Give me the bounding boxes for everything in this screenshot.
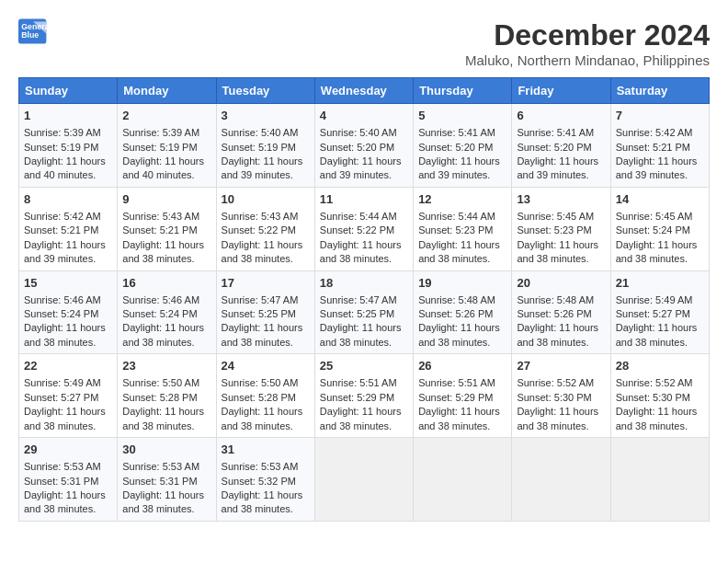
calendar-cell: 26Sunrise: 5:51 AM Sunset: 5:29 PM Dayli…: [414, 354, 512, 438]
day-number: 29: [24, 442, 112, 458]
day-number: 13: [517, 191, 605, 208]
day-number: 6: [517, 108, 605, 124]
day-info: Sunrise: 5:41 AM Sunset: 5:20 PM Dayligh…: [418, 126, 506, 183]
calendar-cell: 20Sunrise: 5:48 AM Sunset: 5:26 PM Dayli…: [512, 270, 610, 354]
calendar-cell: 30Sunrise: 5:53 AM Sunset: 5:31 PM Dayli…: [118, 438, 216, 522]
day-number: 14: [616, 191, 704, 208]
calendar-cell: 1Sunrise: 5:39 AM Sunset: 5:19 PM Daylig…: [19, 104, 118, 188]
day-info: Sunrise: 5:49 AM Sunset: 5:27 PM Dayligh…: [616, 293, 704, 350]
day-info: Sunrise: 5:40 AM Sunset: 5:19 PM Dayligh…: [222, 126, 310, 183]
day-number: 31: [222, 442, 310, 458]
day-info: Sunrise: 5:46 AM Sunset: 5:24 PM Dayligh…: [122, 293, 210, 350]
weekday-header-sunday: Sunday: [19, 78, 118, 104]
day-info: Sunrise: 5:43 AM Sunset: 5:22 PM Dayligh…: [222, 210, 310, 267]
day-info: Sunrise: 5:53 AM Sunset: 5:32 PM Dayligh…: [222, 460, 310, 517]
calendar-cell: [314, 438, 413, 522]
day-info: Sunrise: 5:51 AM Sunset: 5:29 PM Dayligh…: [320, 376, 408, 433]
calendar-cell: 24Sunrise: 5:50 AM Sunset: 5:28 PM Dayli…: [216, 354, 314, 438]
day-number: 16: [122, 275, 210, 292]
day-info: Sunrise: 5:45 AM Sunset: 5:24 PM Dayligh…: [616, 210, 704, 267]
day-info: Sunrise: 5:51 AM Sunset: 5:29 PM Dayligh…: [418, 376, 506, 433]
day-number: 2: [122, 108, 210, 124]
day-info: Sunrise: 5:50 AM Sunset: 5:28 PM Dayligh…: [222, 376, 310, 433]
day-info: Sunrise: 5:53 AM Sunset: 5:31 PM Dayligh…: [24, 460, 112, 517]
calendar-week-4: 22Sunrise: 5:49 AM Sunset: 5:27 PM Dayli…: [19, 354, 710, 438]
day-number: 23: [122, 358, 210, 374]
day-number: 30: [122, 442, 210, 458]
calendar-cell: 14Sunrise: 5:45 AM Sunset: 5:24 PM Dayli…: [610, 187, 709, 270]
day-info: Sunrise: 5:42 AM Sunset: 5:21 PM Dayligh…: [616, 126, 704, 183]
calendar-cell: [512, 438, 610, 522]
day-info: Sunrise: 5:53 AM Sunset: 5:31 PM Dayligh…: [122, 460, 210, 517]
day-number: 21: [616, 275, 704, 292]
calendar-cell: 5Sunrise: 5:41 AM Sunset: 5:20 PM Daylig…: [414, 104, 512, 188]
weekday-header-saturday: Saturday: [610, 78, 709, 104]
calendar-cell: 16Sunrise: 5:46 AM Sunset: 5:24 PM Dayli…: [118, 270, 216, 354]
day-info: Sunrise: 5:49 AM Sunset: 5:27 PM Dayligh…: [24, 376, 112, 433]
day-info: Sunrise: 5:48 AM Sunset: 5:26 PM Dayligh…: [517, 293, 605, 350]
day-number: 7: [616, 108, 704, 124]
day-number: 15: [24, 275, 112, 292]
day-info: Sunrise: 5:39 AM Sunset: 5:19 PM Dayligh…: [24, 126, 112, 183]
day-number: 12: [418, 191, 506, 208]
calendar-cell: 10Sunrise: 5:43 AM Sunset: 5:22 PM Dayli…: [216, 187, 314, 270]
day-number: 20: [517, 275, 605, 292]
calendar-cell: 18Sunrise: 5:47 AM Sunset: 5:25 PM Dayli…: [314, 270, 413, 354]
day-number: 3: [222, 108, 310, 124]
page-title: December 2024: [465, 18, 710, 52]
calendar-cell: 17Sunrise: 5:47 AM Sunset: 5:25 PM Dayli…: [216, 270, 314, 354]
day-number: 17: [222, 275, 310, 292]
day-number: 19: [418, 275, 506, 292]
day-number: 24: [222, 358, 310, 374]
day-info: Sunrise: 5:44 AM Sunset: 5:22 PM Dayligh…: [320, 210, 408, 267]
calendar-week-2: 8Sunrise: 5:42 AM Sunset: 5:21 PM Daylig…: [19, 187, 710, 270]
calendar-cell: 4Sunrise: 5:40 AM Sunset: 5:20 PM Daylig…: [314, 104, 413, 188]
day-number: 28: [616, 358, 704, 374]
day-number: 9: [122, 191, 210, 208]
logo-icon: General Blue: [18, 18, 48, 44]
day-info: Sunrise: 5:47 AM Sunset: 5:25 PM Dayligh…: [222, 293, 310, 350]
day-info: Sunrise: 5:48 AM Sunset: 5:26 PM Dayligh…: [418, 293, 506, 350]
day-number: 8: [24, 191, 112, 208]
day-number: 26: [418, 358, 506, 374]
calendar-week-1: 1Sunrise: 5:39 AM Sunset: 5:19 PM Daylig…: [19, 104, 710, 188]
calendar-cell: 22Sunrise: 5:49 AM Sunset: 5:27 PM Dayli…: [19, 354, 118, 438]
day-info: Sunrise: 5:52 AM Sunset: 5:30 PM Dayligh…: [616, 376, 704, 433]
svg-text:General: General: [21, 22, 48, 31]
day-number: 18: [320, 275, 408, 292]
day-number: 27: [517, 358, 605, 374]
svg-text:Blue: Blue: [21, 30, 39, 40]
calendar-cell: [610, 438, 709, 522]
day-info: Sunrise: 5:50 AM Sunset: 5:28 PM Dayligh…: [122, 376, 210, 433]
day-info: Sunrise: 5:43 AM Sunset: 5:21 PM Dayligh…: [122, 210, 210, 267]
day-number: 11: [320, 191, 408, 208]
calendar-cell: 28Sunrise: 5:52 AM Sunset: 5:30 PM Dayli…: [610, 354, 709, 438]
weekday-header-row: SundayMondayTuesdayWednesdayThursdayFrid…: [19, 78, 710, 104]
day-info: Sunrise: 5:39 AM Sunset: 5:19 PM Dayligh…: [122, 126, 210, 183]
calendar-cell: 8Sunrise: 5:42 AM Sunset: 5:21 PM Daylig…: [19, 187, 118, 270]
day-info: Sunrise: 5:44 AM Sunset: 5:23 PM Dayligh…: [418, 210, 506, 267]
calendar-cell: 27Sunrise: 5:52 AM Sunset: 5:30 PM Dayli…: [512, 354, 610, 438]
calendar-cell: 2Sunrise: 5:39 AM Sunset: 5:19 PM Daylig…: [118, 104, 216, 188]
calendar-cell: 6Sunrise: 5:41 AM Sunset: 5:20 PM Daylig…: [512, 104, 610, 188]
weekday-header-monday: Monday: [118, 78, 216, 104]
day-info: Sunrise: 5:52 AM Sunset: 5:30 PM Dayligh…: [517, 376, 605, 433]
calendar-cell: 7Sunrise: 5:42 AM Sunset: 5:21 PM Daylig…: [610, 104, 709, 188]
calendar-cell: 12Sunrise: 5:44 AM Sunset: 5:23 PM Dayli…: [414, 187, 512, 270]
day-info: Sunrise: 5:45 AM Sunset: 5:23 PM Dayligh…: [517, 210, 605, 267]
calendar-cell: 23Sunrise: 5:50 AM Sunset: 5:28 PM Dayli…: [118, 354, 216, 438]
calendar-cell: 21Sunrise: 5:49 AM Sunset: 5:27 PM Dayli…: [610, 270, 709, 354]
calendar-cell: 11Sunrise: 5:44 AM Sunset: 5:22 PM Dayli…: [314, 187, 413, 270]
calendar-cell: 25Sunrise: 5:51 AM Sunset: 5:29 PM Dayli…: [314, 354, 413, 438]
day-info: Sunrise: 5:40 AM Sunset: 5:20 PM Dayligh…: [320, 126, 408, 183]
weekday-header-tuesday: Tuesday: [216, 78, 314, 104]
calendar-cell: 19Sunrise: 5:48 AM Sunset: 5:26 PM Dayli…: [414, 270, 512, 354]
day-number: 1: [24, 108, 112, 124]
page-header: General Blue December 2024 Maluko, North…: [18, 18, 710, 68]
day-number: 22: [24, 358, 112, 374]
calendar-cell: 31Sunrise: 5:53 AM Sunset: 5:32 PM Dayli…: [216, 438, 314, 522]
calendar-table: SundayMondayTuesdayWednesdayThursdayFrid…: [18, 77, 710, 522]
page-subtitle: Maluko, Northern Mindanao, Philippines: [465, 52, 710, 68]
weekday-header-friday: Friday: [512, 78, 610, 104]
day-info: Sunrise: 5:41 AM Sunset: 5:20 PM Dayligh…: [517, 126, 605, 183]
